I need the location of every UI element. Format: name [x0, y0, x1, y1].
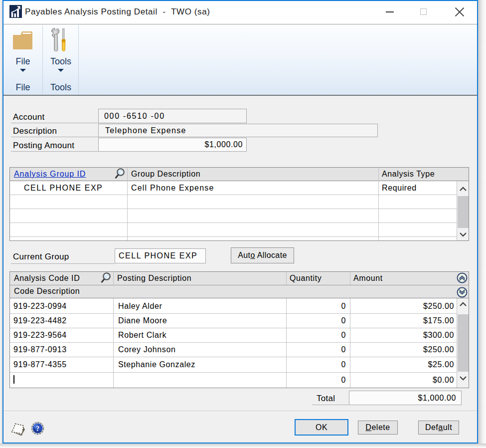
svg-text:?: ? — [36, 425, 40, 433]
